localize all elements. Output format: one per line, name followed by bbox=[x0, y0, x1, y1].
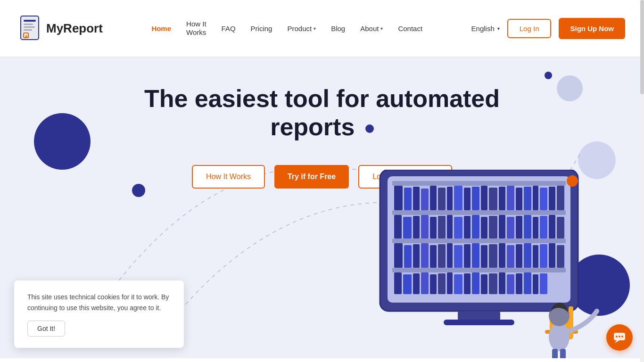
cookie-accept-button[interactable]: Got It! bbox=[27, 321, 65, 337]
nav-pricing[interactable]: Pricing bbox=[251, 25, 272, 33]
svg-point-105 bbox=[621, 336, 623, 337]
svg-rect-28 bbox=[524, 187, 531, 210]
svg-rect-63 bbox=[464, 244, 471, 268]
svg-rect-74 bbox=[557, 245, 564, 268]
svg-rect-60 bbox=[438, 244, 446, 268]
svg-rect-61 bbox=[447, 243, 453, 268]
svg-rect-62 bbox=[454, 245, 462, 268]
svg-rect-15 bbox=[413, 187, 420, 210]
svg-rect-64 bbox=[472, 243, 479, 268]
brand-name: MyReport bbox=[46, 21, 103, 36]
svg-rect-16 bbox=[421, 189, 429, 210]
svg-rect-100 bbox=[552, 349, 558, 358]
svg-rect-76 bbox=[394, 272, 402, 294]
svg-rect-47 bbox=[507, 217, 514, 239]
svg-rect-59 bbox=[430, 245, 437, 268]
logo-icon: a bbox=[19, 15, 41, 41]
hero-dot-accent bbox=[365, 124, 374, 133]
svg-rect-36 bbox=[413, 216, 420, 239]
svg-rect-79 bbox=[421, 272, 429, 294]
svg-rect-26 bbox=[507, 186, 514, 210]
chat-widget-button[interactable] bbox=[606, 324, 633, 351]
svg-rect-31 bbox=[549, 187, 555, 210]
svg-rect-43 bbox=[472, 215, 479, 239]
svg-rect-3 bbox=[24, 26, 35, 28]
svg-rect-82 bbox=[447, 272, 453, 294]
svg-rect-72 bbox=[540, 244, 547, 268]
svg-rect-41 bbox=[454, 217, 462, 239]
try-free-button[interactable]: Try if for Free bbox=[274, 165, 349, 189]
svg-rect-32 bbox=[557, 186, 564, 210]
svg-rect-68 bbox=[507, 245, 514, 268]
language-chevron-icon: ▾ bbox=[497, 26, 500, 31]
svg-rect-67 bbox=[499, 243, 505, 268]
svg-rect-33 bbox=[392, 210, 566, 215]
svg-rect-14 bbox=[404, 188, 412, 210]
svg-rect-53 bbox=[557, 217, 564, 239]
language-selector[interactable]: English ▾ bbox=[471, 25, 500, 33]
scrollbar-thumb[interactable] bbox=[640, 0, 644, 94]
svg-rect-18 bbox=[438, 188, 446, 210]
svg-rect-71 bbox=[533, 245, 538, 268]
svg-rect-55 bbox=[394, 243, 403, 268]
navbar: a MyReport Home How It Works FAQ Pricing… bbox=[0, 0, 644, 57]
svg-rect-92 bbox=[533, 274, 538, 294]
decor-circle-light-top-right bbox=[557, 75, 583, 101]
hero-title-text: The easiest tool for automated reports bbox=[144, 85, 500, 140]
language-label: English bbox=[471, 25, 495, 33]
svg-rect-49 bbox=[524, 215, 531, 239]
nav-about-label: About bbox=[360, 25, 379, 33]
svg-rect-84 bbox=[464, 273, 471, 294]
svg-rect-21 bbox=[464, 188, 471, 210]
login-button[interactable]: Log In bbox=[507, 19, 552, 38]
nav-how-it-works[interactable]: How It Works bbox=[186, 20, 206, 37]
nav-contact[interactable]: Contact bbox=[398, 25, 422, 33]
svg-rect-20 bbox=[454, 186, 462, 210]
nav-product-label: Product bbox=[287, 25, 312, 33]
svg-rect-77 bbox=[403, 274, 412, 294]
svg-rect-52 bbox=[549, 215, 555, 239]
svg-rect-10 bbox=[458, 311, 500, 321]
svg-rect-54 bbox=[392, 239, 566, 243]
svg-rect-34 bbox=[394, 215, 402, 239]
svg-rect-70 bbox=[524, 243, 531, 268]
svg-rect-13 bbox=[394, 186, 403, 210]
svg-rect-87 bbox=[489, 273, 497, 294]
nav-faq[interactable]: FAQ bbox=[222, 25, 236, 33]
how-it-works-button[interactable]: How It Works bbox=[192, 165, 265, 189]
svg-rect-19 bbox=[447, 187, 453, 210]
svg-rect-39 bbox=[438, 216, 446, 239]
svg-rect-91 bbox=[524, 272, 531, 294]
signup-button[interactable]: Sign Up Now bbox=[559, 18, 625, 39]
nav-home[interactable]: Home bbox=[151, 25, 171, 33]
nav-about[interactable]: About ▾ bbox=[360, 25, 383, 33]
svg-rect-93 bbox=[540, 273, 547, 294]
svg-rect-1 bbox=[24, 20, 36, 22]
nav-product[interactable]: Product ▾ bbox=[287, 25, 316, 33]
svg-rect-88 bbox=[499, 272, 505, 294]
svg-rect-44 bbox=[481, 217, 487, 239]
svg-rect-38 bbox=[430, 217, 437, 239]
hero-illustration bbox=[342, 170, 616, 358]
nav-blog[interactable]: Blog bbox=[331, 25, 345, 33]
svg-rect-90 bbox=[516, 273, 522, 294]
product-chevron-icon: ▾ bbox=[314, 26, 316, 31]
svg-rect-23 bbox=[481, 186, 487, 210]
svg-point-104 bbox=[619, 336, 620, 337]
svg-rect-73 bbox=[549, 243, 555, 268]
svg-rect-37 bbox=[421, 215, 429, 239]
svg-rect-75 bbox=[392, 268, 566, 272]
svg-rect-81 bbox=[438, 273, 446, 294]
svg-point-94 bbox=[567, 175, 578, 187]
scrollbar[interactable] bbox=[640, 0, 644, 358]
svg-rect-12 bbox=[392, 181, 566, 186]
decor-circle-dark-large bbox=[34, 113, 91, 170]
svg-rect-65 bbox=[481, 245, 487, 268]
nav-actions: English ▾ Log In Sign Up Now bbox=[471, 18, 625, 39]
svg-rect-80 bbox=[430, 274, 437, 294]
about-chevron-icon: ▾ bbox=[380, 26, 383, 31]
svg-rect-46 bbox=[499, 215, 505, 239]
svg-point-103 bbox=[616, 336, 618, 337]
svg-rect-57 bbox=[413, 244, 420, 268]
svg-rect-40 bbox=[447, 215, 453, 239]
